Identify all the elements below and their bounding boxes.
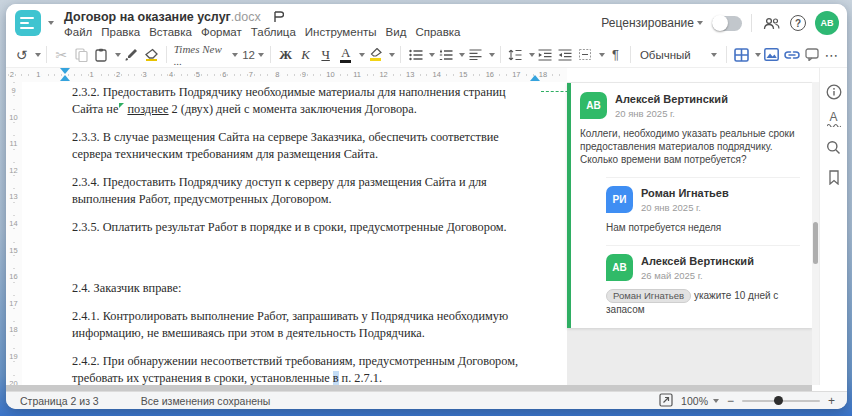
comment-thread[interactable]: АВ Алексей Вертинский 20 янв 2025 г. Кол… [567, 83, 812, 328]
borders-dropdown-caret-icon[interactable] [599, 53, 605, 57]
app-logo-icon[interactable] [15, 10, 41, 36]
review-toggle[interactable] [712, 16, 742, 31]
comment-date: 20 янв 2025 г. [641, 202, 729, 213]
cut-button[interactable]: ✂ [52, 44, 71, 65]
paragraph-2-3-2[interactable]: 2.3.2. Предоставить Подрядчику необходим… [72, 84, 535, 118]
numbered-list-dropdown-caret-icon[interactable] [459, 53, 465, 57]
undo-dropdown-caret-icon[interactable] [35, 53, 41, 57]
ruler-number: 13 [6, 192, 21, 201]
toolbar-separator [630, 46, 631, 63]
paragraph-style-select[interactable]: Обычный [636, 44, 721, 65]
bold-button[interactable]: Ж [276, 44, 295, 65]
numbered-list-icon[interactable] [436, 44, 455, 65]
ruler-number: 11 [6, 139, 21, 148]
highlight-color-button[interactable] [366, 44, 385, 65]
vertical-ruler[interactable]: 91011121314151617181920 [6, 82, 22, 385]
flag-icon[interactable] [273, 11, 284, 23]
paragraph-2-3-4[interactable]: 2.3.4. Предоставить Подрядчику доступ к … [72, 174, 535, 208]
document-info-icon[interactable] [824, 82, 843, 101]
menu-item-file[interactable]: Файл [64, 26, 92, 38]
align-dropdown-caret-icon[interactable] [489, 53, 495, 57]
ruler-number: 5 [195, 70, 201, 79]
zoom-slider-thumb[interactable] [774, 396, 783, 405]
bullet-list-icon[interactable] [406, 44, 425, 65]
paste-dropdown-caret-icon[interactable] [115, 53, 121, 57]
header: Договор на оказание услуг.docx Файл Прав… [6, 4, 847, 42]
left-indent-marker[interactable] [60, 75, 70, 81]
menu-item-help[interactable]: Справка [415, 26, 460, 38]
decrease-indent-icon[interactable] [536, 44, 555, 65]
review-mode-button[interactable]: Рецензирование [601, 16, 703, 30]
font-color-button[interactable]: А [336, 44, 355, 65]
chevron-down-icon [711, 53, 717, 57]
paste-button[interactable] [92, 44, 111, 65]
insert-image-icon[interactable] [762, 44, 781, 65]
menu-item-insert[interactable]: Вставка [149, 26, 192, 38]
menu-item-tools[interactable]: Инструменты [305, 26, 377, 38]
clear-style-eraser-icon[interactable] [142, 44, 161, 65]
ruler-number: 3 [142, 70, 148, 79]
zoom-select[interactable]: 100% [681, 395, 719, 407]
paragraph-2-3-5[interactable]: 2.3.5. Оплатить результат Работ в порядк… [72, 219, 535, 236]
paragraph-2-3-3[interactable]: 2.3.3. В случае размещения Сайта на серв… [72, 129, 535, 163]
bullet-list-dropdown-caret-icon[interactable] [429, 53, 435, 57]
insert-link-icon[interactable] [782, 44, 801, 65]
nonprinting-chars-button[interactable]: ¶ [606, 44, 625, 65]
comment-reply[interactable]: АВ Алексей Вертинский 26 май 2025 г. Ром… [606, 245, 800, 316]
menu-item-view[interactable]: Вид [386, 26, 407, 38]
user-avatar[interactable]: АВ [815, 11, 839, 35]
insert-table-icon[interactable] [732, 44, 751, 65]
fit-width-icon[interactable] [659, 393, 673, 409]
font-family-select[interactable]: Times New ... [172, 44, 240, 65]
menu-item-table[interactable]: Таблица [251, 26, 296, 38]
highlight-dropdown-caret-icon[interactable] [389, 53, 395, 57]
vertical-scrollbar[interactable] [812, 82, 819, 385]
zoom-out-button[interactable]: − [727, 394, 734, 408]
page-counter[interactable]: Страница 2 из 3 [20, 395, 99, 407]
spellcheck-icon[interactable]: А [827, 112, 841, 127]
scrollbar-thumb[interactable] [813, 222, 818, 264]
collaboration-users-icon[interactable] [761, 13, 781, 33]
align-button-icon[interactable] [466, 44, 485, 65]
chevron-down-icon [258, 53, 264, 57]
first-line-indent-marker[interactable] [60, 68, 70, 74]
font-size-select[interactable]: 12 [241, 44, 265, 65]
paragraph-borders-icon[interactable] [576, 44, 595, 65]
bookmark-icon[interactable] [824, 168, 843, 187]
help-button[interactable]: ? [790, 15, 806, 31]
increase-indent-icon[interactable] [556, 44, 575, 65]
commented-word[interactable]: позднее [127, 102, 168, 116]
line-spacing-icon[interactable] [506, 44, 525, 65]
search-icon[interactable] [824, 138, 843, 157]
undo-button[interactable]: ↺ [12, 44, 31, 65]
right-icon-sidebar: А [819, 68, 847, 385]
format-painter-button[interactable] [122, 44, 141, 65]
zoom-slider[interactable] [742, 400, 820, 402]
mention-badge[interactable]: Роман Игнатьев [606, 289, 691, 303]
zoom-in-button[interactable]: + [828, 394, 835, 408]
paragraph-2-4-2[interactable]: 2.4.2. При обнаружении несоответствий тр… [72, 353, 535, 387]
comment-item[interactable]: АВ Алексей Вертинский 20 янв 2025 г. Кол… [580, 92, 800, 166]
italic-button[interactable]: К [296, 44, 315, 65]
logo-dropdown-caret-icon[interactable] [48, 21, 54, 25]
ruler-number: 16 [485, 70, 495, 79]
font-color-dropdown-caret-icon[interactable] [359, 53, 365, 57]
comment-author-name: Алексей Вертинский [641, 255, 754, 268]
more-tools-button[interactable]: ⋯ [822, 44, 841, 65]
right-indent-marker[interactable] [530, 75, 540, 81]
insert-comment-icon[interactable] [802, 44, 821, 65]
underline-button[interactable]: Ч [316, 44, 335, 65]
comment-text: Нам потребуется неделя [606, 221, 800, 234]
horizontal-ruler[interactable]: 21123456789101112131415161718 [6, 68, 567, 82]
copy-icon[interactable] [72, 44, 91, 65]
document-text[interactable]: 2.3.2. Предоставить Подрядчику необходим… [72, 84, 535, 409]
comment-reply[interactable]: РИ Роман Игнатьев 20 янв 2025 г. Нам пот… [606, 177, 800, 234]
paragraph-2-4[interactable]: 2.4. Заказчик вправе: [72, 280, 535, 297]
table-dropdown-caret-icon[interactable] [755, 53, 761, 57]
menu-item-format[interactable]: Формат [201, 26, 242, 38]
line-spacing-dropdown-caret-icon[interactable] [529, 53, 535, 57]
document-page[interactable]: 2.3.2. Предоставить Подрядчику необходим… [22, 82, 567, 385]
comments-panel: АВ Алексей Вертинский 20 янв 2025 г. Кол… [567, 82, 812, 385]
paragraph-2-4-1[interactable]: 2.4.1. Контролировать выполнение Работ, … [72, 308, 535, 342]
menu-item-edit[interactable]: Правка [101, 26, 140, 38]
